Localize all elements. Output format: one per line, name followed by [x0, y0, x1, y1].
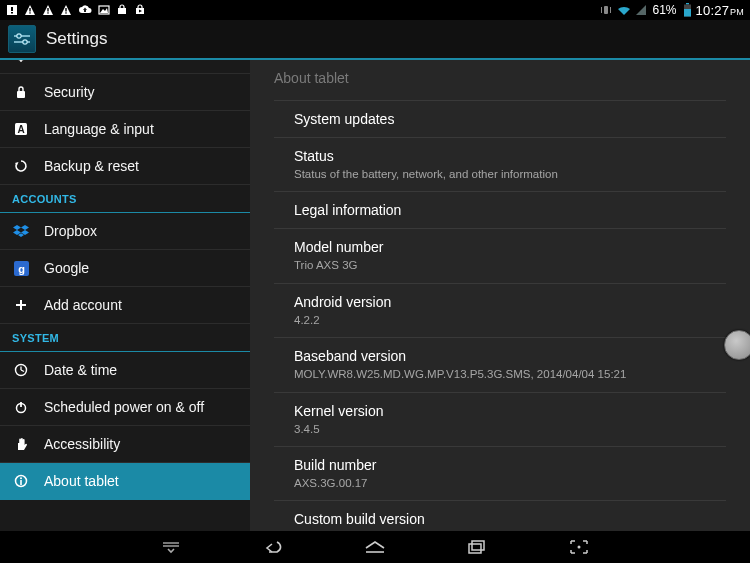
sidebar-item-language-input[interactable]: A Language & input: [0, 111, 250, 148]
sidebar-item-label: Backup & reset: [44, 158, 238, 174]
sidebar-item-label: Google: [44, 260, 238, 276]
pref-subtitle: AXS.3G.00.17: [294, 476, 726, 490]
sidebar-item-security[interactable]: Security: [0, 74, 250, 111]
svg-rect-8: [47, 12, 48, 13]
content-title: About tablet: [274, 60, 726, 100]
sidebar-item-label: Scheduled power on & off: [44, 399, 238, 415]
sidebar-item-date-time[interactable]: Date & time: [0, 352, 250, 389]
action-bar: Settings: [0, 20, 750, 60]
pref-subtitle: 3.4.5: [294, 422, 726, 436]
svg-point-59: [578, 546, 581, 549]
svg-rect-1: [11, 7, 13, 11]
warning-icon: [60, 4, 72, 16]
sidebar-item-google[interactable]: g Google: [0, 250, 250, 287]
svg-point-52: [20, 477, 22, 479]
sidebar-item-scheduled-power[interactable]: Scheduled power on & off: [0, 389, 250, 426]
sidebar-section-accounts: ACCOUNTS: [0, 185, 250, 213]
nav-recent-apps-button[interactable]: [461, 537, 493, 557]
battery-icon: [683, 3, 692, 17]
svg-rect-15: [118, 8, 126, 14]
pref-title: Custom build version: [294, 511, 726, 527]
nav-notifications-button[interactable]: [155, 537, 187, 557]
sidebar-item-backup-reset[interactable]: Backup & reset: [0, 148, 250, 185]
settings-app-icon: [8, 25, 36, 53]
google-icon: g: [12, 259, 30, 277]
sidebar-item-label: Accessibility: [44, 436, 238, 452]
a-box-icon: A: [12, 120, 30, 138]
nav-home-button[interactable]: [359, 537, 391, 557]
store-play-icon: [134, 4, 146, 16]
svg-point-24: [17, 34, 21, 38]
svg-rect-57: [469, 544, 481, 553]
pref-model-number[interactable]: Model number Trio AXS 3G: [274, 229, 726, 283]
svg-rect-4: [29, 8, 30, 12]
hand-icon: [12, 435, 30, 453]
pref-custom-build-version[interactable]: Custom build version: [274, 501, 726, 531]
svg-point-26: [23, 40, 27, 44]
sidebar-item-label: Language & input: [44, 121, 238, 137]
dropbox-icon: [12, 222, 30, 240]
pref-build-number[interactable]: Build number AXS.3G.00.17: [274, 447, 726, 501]
svg-rect-2: [11, 12, 13, 14]
sidebar-item-dropbox[interactable]: Dropbox: [0, 213, 250, 250]
sidebar-item-accessibility[interactable]: Accessibility: [0, 426, 250, 463]
pref-title: Baseband version: [294, 348, 726, 364]
nav-back-button[interactable]: [257, 537, 289, 557]
pref-title: Model number: [294, 239, 726, 255]
sidebar-item-label: About tablet: [44, 473, 238, 489]
power-icon: [12, 398, 30, 416]
svg-rect-18: [604, 6, 608, 14]
notification-alert-icon: [6, 4, 18, 16]
sidebar-item-label: Date & time: [44, 362, 238, 378]
svg-rect-53: [20, 480, 22, 485]
clock-icon: [12, 361, 30, 379]
sidebar-item-add-account[interactable]: Add account: [0, 287, 250, 324]
sidebar-item-label: Add account: [44, 297, 238, 313]
wifi-icon: [617, 4, 631, 16]
fast-scroll-thumb[interactable]: [724, 330, 750, 360]
settings-sidebar: Location access Security A Language & in…: [0, 60, 250, 531]
plus-icon: [12, 296, 30, 314]
pref-title: Kernel version: [294, 403, 726, 419]
clock: 10:27PM: [696, 3, 744, 18]
pref-baseband-version[interactable]: Baseband version MOLY.WR8.W25.MD.WG.MP.V…: [274, 338, 726, 392]
nav-screenshot-button[interactable]: [563, 537, 595, 557]
content-pane: About tablet System updates Status Statu…: [250, 60, 750, 531]
cell-signal-icon: [635, 4, 647, 16]
svg-marker-14: [100, 8, 108, 13]
pref-title: System updates: [294, 111, 726, 127]
svg-line-48: [21, 370, 24, 372]
svg-rect-7: [47, 8, 48, 12]
svg-rect-22: [684, 9, 691, 17]
pref-title: Build number: [294, 457, 726, 473]
svg-rect-10: [65, 8, 66, 12]
sidebar-item-label: Security: [44, 84, 238, 100]
navigation-bar: [0, 531, 750, 563]
svg-rect-20: [686, 3, 689, 5]
pref-subtitle: Trio AXS 3G: [294, 258, 726, 272]
svg-rect-58: [472, 541, 484, 550]
pref-kernel-version[interactable]: Kernel version 3.4.5: [274, 393, 726, 447]
pref-subtitle: 4.2.2: [294, 313, 726, 327]
pref-title: Status: [294, 148, 726, 164]
warning-icon: [24, 4, 36, 16]
lock-icon: [12, 83, 30, 101]
info-icon: [12, 472, 30, 490]
svg-text:g: g: [18, 263, 25, 275]
sidebar-item-about-tablet[interactable]: About tablet: [0, 463, 250, 500]
pref-android-version[interactable]: Android version 4.2.2: [274, 284, 726, 338]
svg-marker-41: [18, 233, 24, 237]
svg-marker-19: [636, 5, 646, 15]
pref-status[interactable]: Status Status of the battery, network, a…: [274, 138, 726, 192]
svg-marker-38: [21, 225, 29, 230]
sidebar-section-system: SYSTEM: [0, 324, 250, 352]
store-icon: [116, 4, 128, 16]
image-icon: [98, 4, 110, 16]
pref-system-updates[interactable]: System updates: [274, 101, 726, 138]
svg-rect-11: [65, 12, 66, 13]
pref-legal-information[interactable]: Legal information: [274, 192, 726, 229]
sidebar-item-label: Dropbox: [44, 223, 238, 239]
sidebar-item-location-access[interactable]: Location access: [0, 60, 250, 74]
svg-rect-5: [29, 12, 30, 13]
vibrate-icon: [599, 4, 613, 16]
